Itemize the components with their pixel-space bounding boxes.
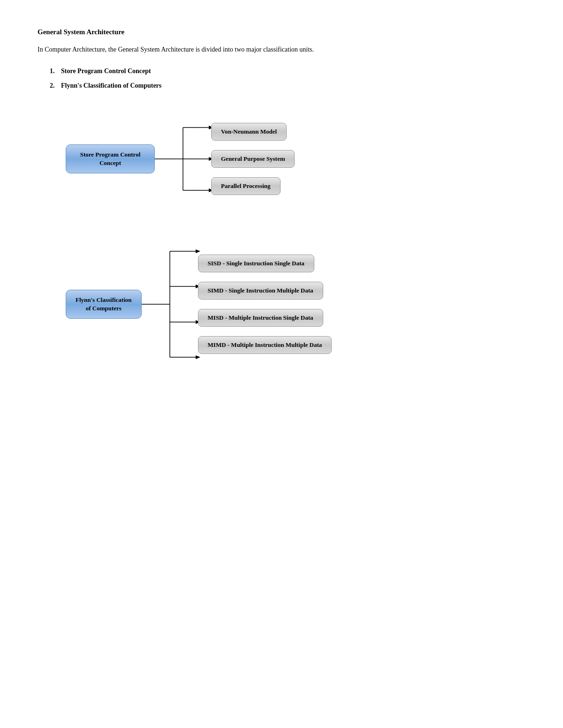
diagram-store-program: Store Program Control Concept Von-Neuman…	[38, 112, 525, 206]
target-simd: SIMD - Single Instruction Multiple Data	[198, 282, 323, 300]
target-wrapper-parallel: Parallel Processing	[211, 177, 295, 195]
target-mimd: MIMD - Multiple Instruction Multiple Dat…	[198, 336, 332, 354]
target-wrapper-simd: SIMD - Single Instruction Multiple Data	[198, 282, 332, 300]
target-parallel-processing: Parallel Processing	[211, 177, 281, 195]
target-misd: MISD - Multiple Instruction Single Data	[198, 309, 323, 327]
target-wrapper-mimd: MIMD - Multiple Instruction Multiple Dat…	[198, 336, 332, 354]
classification-list: Store Program Control Concept Flynn's Cl…	[56, 64, 525, 93]
page-title: General System Architecture	[38, 28, 525, 36]
target-von-neumann: Von-Neumann Model	[211, 123, 287, 141]
target-wrapper-sisd: SISD - Single Instruction Single Data	[198, 255, 332, 272]
connector-svg-1	[155, 112, 211, 206]
target-sisd: SISD - Single Instruction Single Data	[198, 255, 314, 272]
list-item-2: Flynn's Classification of Computers	[56, 79, 525, 93]
target-general-purpose: General Purpose System	[211, 150, 295, 168]
target-nodes-2: SISD - Single Instruction Single Data SI…	[198, 250, 332, 359]
target-wrapper-general-purpose: General Purpose System	[211, 150, 295, 168]
source-node-flynns: Flynn's Classification of Computers	[66, 290, 142, 319]
target-wrapper-misd: MISD - Multiple Instruction Single Data	[198, 309, 332, 327]
connector-svg-2	[142, 234, 198, 375]
list-item-1: Store Program Control Concept	[56, 64, 525, 79]
source-node-store-program: Store Program Control Concept	[66, 144, 155, 173]
target-wrapper-von-neumann: Von-Neumann Model	[211, 123, 295, 141]
intro-text: In Computer Architecture, the General Sy…	[38, 45, 525, 55]
diagram-flynns: Flynn's Classification of Computers	[38, 234, 525, 375]
target-nodes-1: Von-Neumann Model General Purpose System…	[211, 118, 295, 200]
